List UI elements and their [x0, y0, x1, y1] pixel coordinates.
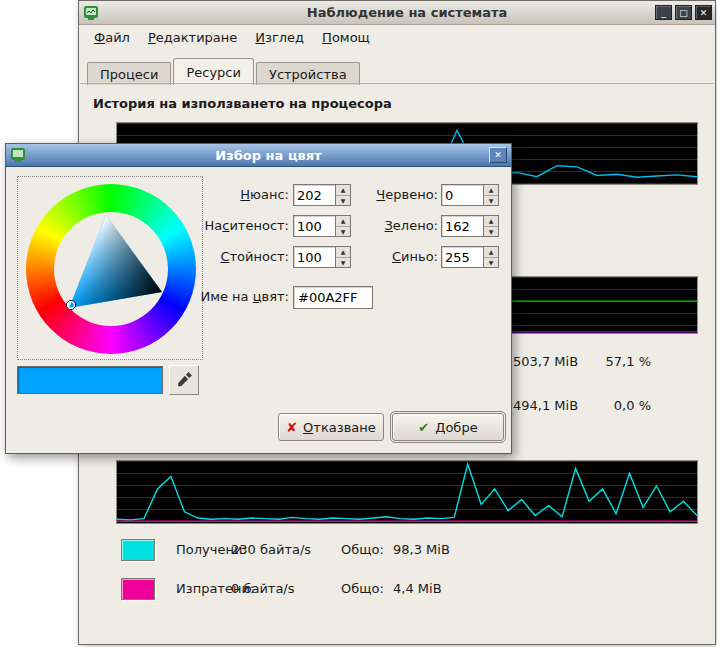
- desktop: Наблюдение на системата _ □ ✕ Файл Редак…: [0, 0, 717, 647]
- memory-used-value: 503,7 MiB: [513, 354, 578, 370]
- value-label: Стойност:: [156, 246, 289, 268]
- sent-rate: 0 байта/s: [231, 578, 295, 600]
- red-label: Червено:: [324, 184, 438, 206]
- hue-label: Нюанс:: [156, 184, 289, 206]
- color-picker-dialog: Избор на цвят ✕: [5, 143, 512, 454]
- green-input[interactable]: [442, 216, 483, 236]
- cpu-history-heading: История на използването на процесора: [93, 96, 392, 111]
- selected-color-preview: [17, 366, 163, 394]
- sent-total-label: Общо:: [341, 578, 384, 600]
- green-spin-down-icon[interactable]: ▼: [484, 227, 498, 237]
- blue-spinner[interactable]: ▲▼: [441, 246, 499, 268]
- received-total-label: Общо:: [341, 539, 384, 561]
- maximize-icon[interactable]: □: [675, 5, 692, 20]
- tab-processes[interactable]: Процеси: [87, 62, 171, 85]
- green-spinner[interactable]: ▲▼: [441, 215, 499, 237]
- received-color-swatch[interactable]: [121, 539, 155, 561]
- sent-color-swatch[interactable]: [121, 578, 155, 600]
- tab-devices[interactable]: Устройства: [256, 62, 360, 85]
- dialog-app-icon: [10, 147, 26, 163]
- red-spinner[interactable]: ▲▼: [441, 184, 499, 206]
- menu-help[interactable]: Помощ: [313, 27, 379, 48]
- green-spin-up-icon[interactable]: ▲: [484, 216, 498, 227]
- blue-label: Синьо:: [324, 246, 438, 268]
- network-sent-row: Изпратени: 0 байта/s Общо: 4,4 MiB: [121, 578, 681, 604]
- memory-used-percent: 57,1 %: [581, 354, 651, 370]
- dialog-titlebar[interactable]: Избор на цвят ✕: [6, 144, 511, 167]
- dialog-close-icon[interactable]: ✕: [489, 147, 507, 163]
- blue-spin-up-icon[interactable]: ▲: [484, 247, 498, 258]
- window-controls: _ □ ✕: [652, 5, 712, 20]
- network-history-chart: [116, 460, 698, 524]
- red-spin-down-icon[interactable]: ▼: [484, 196, 498, 206]
- cancel-button[interactable]: ✘ Отказване: [278, 413, 384, 441]
- received-rate: 230 байта/s: [231, 539, 311, 561]
- ok-check-icon: ✔: [418, 420, 429, 435]
- system-monitor-icon: [83, 5, 99, 21]
- main-window-title: Наблюдение на системата: [99, 5, 715, 20]
- red-spin-up-icon[interactable]: ▲: [484, 185, 498, 196]
- ok-button-label: Добре: [435, 420, 477, 435]
- green-label: Зелено:: [324, 215, 438, 237]
- swap-used-percent: 0,0 %: [581, 398, 651, 414]
- minimize-icon[interactable]: _: [655, 5, 672, 20]
- red-input[interactable]: [442, 185, 483, 205]
- tab-divider: [80, 83, 714, 84]
- menu-view[interactable]: Изглед: [246, 27, 313, 48]
- color-name-label: Име на цвят:: [156, 286, 289, 308]
- blue-spin-down-icon[interactable]: ▼: [484, 258, 498, 268]
- dialog-title: Избор на цвят: [26, 148, 511, 163]
- blue-input[interactable]: [442, 247, 483, 267]
- ok-button[interactable]: ✔ Добре: [392, 413, 504, 441]
- saturation-value-triangle[interactable]: [54, 212, 168, 326]
- cancel-x-icon: ✘: [286, 420, 297, 435]
- eyedropper-button[interactable]: [169, 365, 199, 395]
- tab-resources[interactable]: Ресурси: [173, 58, 254, 85]
- menu-file[interactable]: Файл: [85, 27, 139, 48]
- sent-total: 4,4 MiB: [393, 578, 442, 600]
- eyedropper-icon: [174, 370, 194, 390]
- menu-bar: Файл Редактиране Изглед Помощ: [79, 25, 715, 50]
- swap-used-value: 494,1 MiB: [513, 398, 578, 414]
- menu-edit[interactable]: Редактиране: [139, 27, 246, 48]
- main-window-titlebar[interactable]: Наблюдение на системата _ □ ✕: [79, 1, 715, 25]
- tab-bar: Процеси Ресурси Устройства: [87, 58, 715, 85]
- color-name-input[interactable]: [293, 286, 373, 309]
- close-icon[interactable]: ✕: [695, 5, 712, 20]
- network-received-row: Получени: 230 байта/s Общо: 98,3 MiB: [121, 539, 681, 565]
- cancel-button-label: Отказване: [303, 420, 376, 435]
- saturation-label: Наситеност:: [156, 215, 289, 237]
- received-total: 98,3 MiB: [393, 539, 450, 561]
